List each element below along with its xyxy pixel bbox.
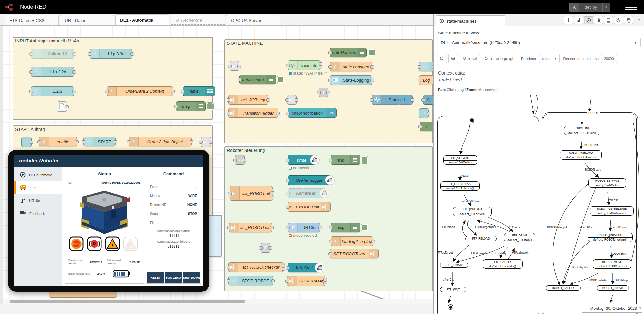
flow-node-linkout1[interactable]: ▶▏: [201, 137, 211, 147]
input-port[interactable]: [329, 240, 332, 243]
output-port[interactable]: [72, 90, 76, 93]
flow-node-start[interactable]: ☝START: [83, 137, 116, 146]
output-port[interactable]: [326, 91, 330, 94]
flow-node-ttrigger[interactable]: ▶▏TransitionTrigger: [228, 108, 278, 118]
input-port[interactable]: [227, 98, 230, 102]
input-port[interactable]: [286, 179, 290, 182]
input-port[interactable]: [228, 192, 232, 195]
output-port[interactable]: [323, 281, 327, 284]
flow-node-orderdata[interactable]: ƒOrderData 2 Context: [107, 86, 173, 96]
output-port[interactable]: [268, 246, 272, 250]
flow-node-injbtn-sm[interactable]: ☝: [419, 108, 429, 118]
output-port[interactable]: [319, 62, 322, 66]
flow-node-statelogging[interactable]: State-Logging: [330, 75, 372, 85]
output-port[interactable]: [75, 140, 79, 143]
flow-node-stoprobot[interactable]: ☝STOP ROBOT: [228, 276, 273, 285]
input-port[interactable]: [286, 159, 290, 162]
output-port[interactable]: [427, 112, 430, 115]
brake-p-icon[interactable]: P: [87, 236, 102, 253]
output-port[interactable]: [411, 98, 414, 102]
tab-opc-ua-server[interactable]: OPC UA Server: [226, 15, 280, 25]
output-port[interactable]: [313, 159, 317, 162]
input-port[interactable]: [328, 79, 332, 82]
output-port[interactable]: [370, 65, 374, 69]
input-port[interactable]: [286, 112, 290, 115]
input-port[interactable]: [29, 90, 33, 93]
flow-node-ur10e[interactable]: UR10edisconnected: [288, 223, 320, 232]
input-port[interactable]: [29, 70, 33, 74]
output-port[interactable]: [370, 79, 374, 82]
input-port[interactable]: [418, 65, 421, 69]
resize-grip-icon[interactable]: [639, 307, 641, 311]
sidebar-tabs-caret-icon[interactable]: ▼: [638, 18, 641, 22]
input-port[interactable]: [259, 246, 263, 250]
flow-node-msg1[interactable]: msg: [176, 101, 206, 111]
input-port[interactable]: [418, 125, 422, 128]
output-port[interactable]: [318, 226, 322, 229]
flow-node-smxstate[interactable]: ◎smxstatestate: "WAIT4INIT": [288, 60, 321, 70]
input-port[interactable]: [328, 252, 332, 255]
book-tab-button[interactable]: [604, 16, 613, 24]
output-port[interactable]: [190, 140, 193, 143]
nav-item-feedback[interactable]: Feedback: [14, 207, 62, 220]
output-port[interactable]: [371, 240, 375, 243]
input-port[interactable]: [127, 140, 130, 143]
input-port[interactable]: [105, 90, 109, 93]
flow-node-spartial[interactable]: S: [423, 95, 433, 105]
flow-node-setrobotstart[interactable]: SET ROBOTstart▶▏: [330, 249, 379, 258]
output-port[interactable]: [171, 90, 175, 93]
input-port[interactable]: [227, 112, 230, 115]
output-port[interactable]: [271, 189, 274, 192]
input-port[interactable]: [328, 51, 332, 54]
output-port[interactable]: [323, 192, 327, 195]
flow-node-loadingplay[interactable]: ƒloading?--> play: [331, 236, 373, 246]
date-display[interactable]: Montag, 30. Oktober 2023: [582, 304, 642, 313]
input-port[interactable]: [285, 280, 289, 283]
output-port[interactable]: [276, 112, 280, 115]
renderer-select[interactable]: smcat ▼: [539, 54, 560, 63]
flow-node-injbtn1[interactable]: ☝: [21, 137, 32, 147]
input-port[interactable]: [227, 279, 230, 282]
flow-node-kameraan[interactable]: Kamera an: [288, 188, 325, 198]
timeout-input[interactable]: 20000: [601, 54, 617, 63]
input-port[interactable]: [286, 226, 290, 229]
bug-tab-button[interactable]: [594, 16, 603, 24]
input-port[interactable]: [328, 65, 332, 69]
canvas-hscrollbar-thumb[interactable]: [10, 300, 245, 303]
flow-node-enable[interactable]: ƒenable: [39, 137, 77, 146]
info-tab-button[interactable]: i: [564, 16, 573, 24]
debug-toggle-button[interactable]: [361, 224, 368, 231]
debug-toggle-button[interactable]: [368, 49, 375, 56]
input-port[interactable]: [418, 79, 421, 82]
tab-ur-daten[interactable]: UR - Daten: [60, 15, 114, 25]
flow-node-shownotif[interactable]: show notification✉: [288, 108, 337, 118]
state-machine-diagram[interactable]: FTFROBOT FTF_SETWAITentry/ SetWait()FTF_…: [434, 94, 644, 314]
output-port[interactable]: [318, 266, 322, 270]
input-port[interactable]: [329, 159, 332, 162]
input-port[interactable]: [227, 266, 230, 269]
debug-toggle-button[interactable]: [207, 102, 214, 110]
flow-node-greifertoggle[interactable]: Greifer_toggle: [288, 175, 331, 185]
tab-recherche[interactable]: ⊘Recherche: [171, 15, 225, 25]
flow-node-statemachine-dbg[interactable]: StateMachine: [330, 48, 367, 57]
flow-node-setrobotinit[interactable]: SET ROBOTinit▶▏: [288, 202, 331, 212]
flow-node-status1[interactable]: Status: 1: [372, 95, 413, 105]
output-port[interactable]: [271, 196, 274, 199]
output-port[interactable]: [72, 70, 76, 74]
emg-icon[interactable]: EMG: [69, 236, 84, 253]
deploy-button[interactable]: deploy ▼: [569, 3, 610, 12]
input-port[interactable]: [421, 98, 425, 102]
flow-node-msg2[interactable]: msg: [331, 155, 360, 165]
zoom-out-button[interactable]: [437, 54, 447, 63]
flow-node-actrobotcheckqr[interactable]: ▶▏act_ROBOTcheckqr: [228, 262, 284, 272]
input-port[interactable]: [286, 206, 290, 209]
output-port[interactable]: [30, 141, 33, 144]
refresh-graph-button[interactable]: ↻ refresh graph: [482, 54, 517, 63]
output-port[interactable]: [319, 66, 322, 69]
nav-item-fts[interactable]: FTS: [14, 181, 62, 194]
tab-fts-daten-css[interactable]: FTS-Daten + CSS: [5, 15, 59, 25]
input-port[interactable]: [286, 266, 290, 270]
input-port[interactable]: [181, 90, 185, 93]
output-port[interactable]: [266, 98, 270, 102]
input-port[interactable]: [285, 98, 289, 102]
